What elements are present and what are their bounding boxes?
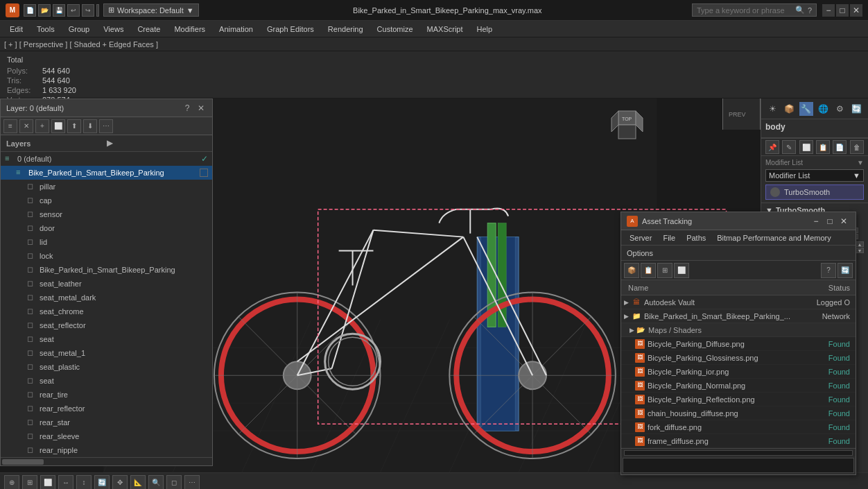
asset-item[interactable]: 🖼 Bicycle_Parking_Diffuse.png Found	[621, 337, 856, 351]
at-minimize-btn[interactable]: −	[810, 215, 822, 228]
render-iters-down[interactable]: ▼	[856, 248, 864, 253]
layer-item[interactable]: ◻seat	[1, 332, 212, 346]
at-tool-2[interactable]: 📋	[641, 263, 656, 278]
search-icon[interactable]: 🔍	[795, 6, 805, 15]
mod-tool-1[interactable]: 📌	[765, 140, 779, 154]
rp-icon-4[interactable]: 🌐	[816, 102, 830, 116]
menu-item-customize[interactable]: Customize	[370, 23, 420, 35]
layer-tool-7[interactable]: ⋯	[99, 119, 113, 133]
asset-item[interactable]: 🖼 Bicycle_Parking_ior.png Found	[621, 365, 856, 379]
at-tool-4[interactable]: ⬜	[674, 263, 689, 278]
layer-list[interactable]: ≡0 (default)✓≡Bike_Parked_in_Smart_Bikee…	[1, 152, 212, 457]
menu-item-views[interactable]: Views	[96, 23, 130, 35]
undo-btn[interactable]: ↩	[67, 4, 80, 17]
layer-item[interactable]: ◻seat_metal_1	[1, 346, 212, 360]
layer-item[interactable]: ≡0 (default)✓	[1, 152, 212, 166]
layer-tool-3[interactable]: +	[35, 119, 49, 133]
layer-item[interactable]: ◻lid	[1, 235, 212, 249]
bt-btn-11[interactable]: ⋯	[184, 475, 200, 490]
layer-item[interactable]: ◻cap	[1, 194, 212, 207]
asset-tracking-header[interactable]: A Asset Tracking − □ ✕	[621, 212, 856, 230]
layer-item[interactable]: ◻sensor	[1, 207, 212, 221]
at-tool-3[interactable]: ⊞	[657, 263, 672, 278]
rp-icon-5[interactable]: ⚙	[833, 102, 847, 116]
modifier-item[interactable]: TurboSmooth	[765, 185, 864, 200]
bt-btn-6[interactable]: 🔄	[94, 475, 110, 490]
mod-tool-3[interactable]: ⬜	[799, 140, 813, 154]
bt-btn-4[interactable]: ↔	[58, 475, 73, 490]
layer-help-btn[interactable]: ?	[182, 103, 193, 114]
rp-icon-3[interactable]: 🔧	[799, 102, 813, 116]
layer-close-btn[interactable]: ✕	[196, 103, 207, 114]
at-menu-item-file[interactable]: File	[657, 232, 681, 243]
maximize-btn[interactable]: □	[836, 4, 849, 17]
layer-item[interactable]: ◻seat_metal_dark	[1, 291, 212, 304]
render-iters-up[interactable]: ▲	[856, 241, 864, 247]
rp-icon-1[interactable]: ☀	[765, 102, 779, 116]
bt-btn-9[interactable]: 🔍	[148, 475, 164, 490]
save-btn[interactable]: 💾	[53, 4, 65, 17]
bt-btn-1[interactable]: ⊕	[4, 475, 19, 490]
layer-item[interactable]: ◻seat	[1, 374, 212, 388]
rp-icon-2[interactable]: 📦	[782, 102, 796, 116]
asset-list[interactable]: ▶ 🏛 Autodesk Vault Logged O ▶ 📁 Bike_Par…	[621, 295, 856, 448]
open-file-btn[interactable]: 📂	[38, 4, 51, 17]
layer-item[interactable]: ◻rear_sleeve	[1, 429, 212, 443]
menu-item-create[interactable]: Create	[130, 23, 167, 35]
layer-item[interactable]: ◻rear_star	[1, 415, 212, 429]
asset-item[interactable]: 🖼 Bicycle_Parking_Normal.png Found	[621, 379, 856, 393]
layer-item[interactable]: ◻seat_reflector	[1, 318, 212, 332]
asset-input-bar[interactable]	[623, 458, 854, 473]
at-maximize-btn[interactable]: □	[824, 215, 836, 228]
mod-tool-6[interactable]: 🗑	[850, 140, 864, 154]
close-btn[interactable]: ✕	[850, 4, 862, 17]
at-menu-item-server[interactable]: Server	[624, 232, 657, 243]
layer-horizontal-scrollbar[interactable]	[1, 457, 212, 465]
at-help-btn[interactable]: ?	[821, 263, 836, 278]
bt-btn-7[interactable]: ✥	[112, 475, 128, 490]
layer-item[interactable]: ◻door	[1, 221, 212, 235]
workspace-selector[interactable]: ⊞ Workspace: Default ▼	[103, 3, 199, 17]
expand-icon[interactable]: ▶	[107, 139, 207, 148]
mod-tool-4[interactable]: 📋	[816, 140, 830, 154]
menu-item-help[interactable]: Help	[470, 23, 500, 35]
at-options-label[interactable]: Options	[627, 249, 653, 257]
navigation-cube[interactable]: TOP	[608, 104, 646, 142]
layer-tool-4[interactable]: ⬜	[51, 119, 65, 133]
bt-btn-10[interactable]: ◻	[166, 475, 182, 490]
search-box[interactable]: 🔍 ?	[692, 3, 817, 17]
search-input[interactable]	[697, 6, 792, 15]
modifier-list-dropdown-icon[interactable]: ▼	[857, 159, 864, 166]
layer-item[interactable]: ◻rear_tire	[1, 388, 212, 402]
layer-item[interactable]: ◻seat_leather	[1, 277, 212, 291]
layer-tool-5[interactable]: ⬆	[67, 119, 81, 133]
menu-item-rendering[interactable]: Rendering	[321, 23, 370, 35]
new-file-btn[interactable]: 📄	[24, 4, 36, 17]
menu-item-maxscript[interactable]: MAXScript	[420, 23, 470, 35]
mod-tool-2[interactable]: ✎	[782, 140, 796, 154]
asset-item[interactable]: 🖼 chain_housing_diffuse.png Found	[621, 406, 856, 420]
layer-tool-1[interactable]: ≡	[3, 119, 17, 133]
menu-item-group[interactable]: Group	[62, 23, 97, 35]
at-tool-1[interactable]: 📦	[624, 263, 639, 278]
layer-item[interactable]: ◻rear_nipple	[1, 443, 212, 457]
mod-tool-5[interactable]: 📄	[833, 140, 847, 154]
minimize-btn[interactable]: −	[822, 4, 835, 17]
layer-item[interactable]: ◻Bike_Parked_in_Smart_Bikeep_Parking	[1, 263, 212, 277]
menu-item-modifiers[interactable]: Modifiers	[167, 23, 212, 35]
modifier-dropdown[interactable]: Modifier List ▼	[765, 169, 864, 182]
menu-item-graph-editors[interactable]: Graph Editors	[260, 23, 321, 35]
asset-subgroup[interactable]: ▶ 📂 Maps / Shaders	[621, 323, 856, 337]
menu-item-animation[interactable]: Animation	[212, 23, 260, 35]
redo-btn[interactable]: ↪	[82, 4, 94, 17]
help-icon[interactable]: ?	[808, 6, 812, 15]
at-menu-item-paths[interactable]: Paths	[681, 232, 711, 243]
layer-item[interactable]: ◻seat_chrome	[1, 304, 212, 318]
layer-tool-2[interactable]: ✕	[19, 119, 33, 133]
menu-item-tools[interactable]: Tools	[30, 23, 62, 35]
at-menu-item-bitmap-performance-and-memory[interactable]: Bitmap Performance and Memory	[711, 232, 836, 243]
layer-box[interactable]	[200, 169, 208, 177]
menu-item-edit[interactable]: Edit	[3, 23, 30, 35]
layer-item[interactable]: ◻rear_reflector	[1, 402, 212, 415]
layer-item[interactable]: ◻seat_plastic	[1, 360, 212, 374]
